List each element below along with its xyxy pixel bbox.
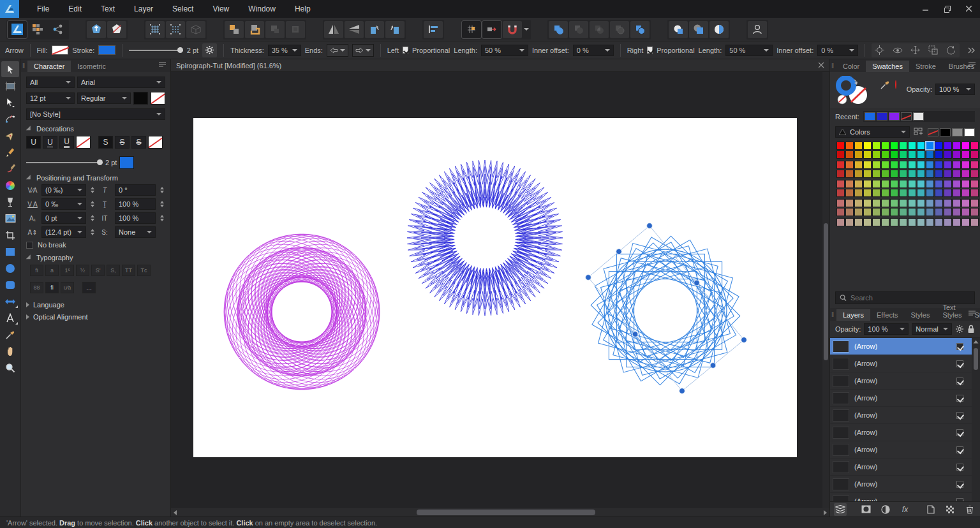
close-window-button[interactable] [958,0,980,18]
insert-behind-button[interactable] [225,21,244,38]
palette-swatch[interactable] [908,189,916,197]
palette-swatch[interactable] [890,180,898,188]
palette-swatch[interactable] [970,170,979,178]
swatch-panel-grip-icon[interactable]: ‖ [831,62,834,70]
menu-file[interactable]: File [28,1,58,17]
palette-swatch[interactable] [970,218,979,226]
recent-swatch-2[interactable] [889,112,900,121]
palette-swatch[interactable] [836,218,845,226]
palette-swatch[interactable] [935,150,943,159]
palette-swatch[interactable] [863,218,872,226]
palette-swatch[interactable] [926,218,934,226]
palette-swatch[interactable] [881,218,889,226]
right-inner-offset-field[interactable]: 0 % [817,45,858,56]
palette-swatch[interactable] [845,170,854,178]
typography-alt-button-2[interactable]: u∕a [61,282,74,293]
text-stroke-swatch[interactable] [151,92,165,105]
palette-swatch[interactable] [961,208,970,216]
palette-swatch[interactable] [845,208,854,216]
left-proportional-checkbox[interactable] [403,47,408,54]
tab-layers[interactable]: Layers [836,309,870,321]
layer-row-5[interactable]: (Arrow) [830,424,980,441]
palette-swatch[interactable] [881,189,889,197]
horizontal-scale-field[interactable]: 100 % [115,212,156,224]
layer-visibility-checkbox[interactable] [956,498,963,502]
font-family-dropdown[interactable]: Arial [77,77,165,88]
snapping-preset-button[interactable] [482,21,501,38]
palette-swatch[interactable] [935,208,943,216]
layer-visibility-checkbox[interactable] [956,412,963,419]
opacity-dropdown[interactable]: 100 % [935,84,975,95]
palette-swatch[interactable] [926,189,934,197]
panel-grip-icon[interactable]: ‖ [22,62,25,70]
baseline-stepper[interactable] [89,215,96,221]
palette-swatch[interactable] [961,150,970,159]
typography-alt-button-1[interactable]: fi [45,282,59,293]
palette-swatch[interactable] [944,180,952,188]
rounded-rectangle-tool[interactable] [1,277,19,293]
adjustment-layer-icon[interactable] [879,503,892,516]
palette-swatch[interactable] [935,199,943,207]
palette-swatch[interactable] [890,142,898,150]
vertical-scale-field[interactable]: 100 % [115,198,156,210]
delete-layer-icon[interactable] [963,503,976,516]
palette-swatch[interactable] [881,170,889,178]
palette-swatch[interactable] [899,161,907,169]
recent-swatch-3[interactable] [901,112,912,121]
tab-styles[interactable]: Styles [904,309,936,321]
persona-pixel-button[interactable] [28,21,47,38]
menu-edit[interactable]: Edit [59,1,91,17]
overflow-chevron-icon[interactable] [967,47,975,54]
rectangle-tool[interactable] [1,244,19,260]
palette-swatch[interactable] [917,161,925,169]
strike-single-button[interactable]: S [115,136,130,149]
palette-swatch[interactable] [863,150,872,159]
layer-effects-button[interactable]: fx [898,503,911,516]
transparency-tool[interactable] [1,194,19,210]
recent-swatch-0[interactable] [865,112,875,121]
palette-swatch[interactable] [961,170,970,178]
palette-swatch[interactable] [845,218,854,226]
edit-grid-button[interactable] [186,21,205,38]
palette-category-dropdown[interactable]: Colors [835,126,910,138]
palette-swatch[interactable] [944,199,952,207]
palette-swatch[interactable] [899,218,907,226]
palette-swatch[interactable] [872,170,880,178]
scroll-left-icon[interactable] [171,508,179,517]
snapping-magnet-button[interactable] [503,21,522,38]
palette-swatch[interactable] [935,161,943,169]
tab-color[interactable]: Color [836,61,866,72]
palette-swatch[interactable] [908,161,916,169]
restore-button[interactable] [937,0,958,18]
fill-tool[interactable] [1,177,19,193]
palette-swatch[interactable] [899,180,907,188]
font-collection-dropdown[interactable]: All [26,77,75,88]
palette-swatch[interactable] [854,199,863,207]
quick-swatch-3[interactable] [964,128,975,136]
fill-swatch[interactable] [52,45,69,55]
text-tool[interactable] [1,310,19,326]
pen-tool[interactable] [1,128,19,143]
palette-swatch[interactable] [908,199,916,207]
palette-swatch[interactable] [845,180,854,188]
palette-swatch[interactable] [854,218,863,226]
palette-swatch[interactable] [953,180,961,188]
palette-swatch[interactable] [917,208,925,216]
palette-swatch[interactable] [953,199,961,207]
palette-swatch[interactable] [899,142,907,150]
stroke-settings-button[interactable] [202,43,217,57]
menu-window[interactable]: Window [239,1,285,17]
document-tab[interactable]: Spirograph-Tut [Modified] (61.6%) [176,62,281,70]
palette-swatch[interactable] [953,189,961,197]
font-size-dropdown[interactable]: 12 pt [26,92,75,104]
palette-swatch[interactable] [961,189,970,197]
palette-swatch[interactable] [890,161,898,169]
transform-mode-icon[interactable] [908,44,923,57]
palette-swatch[interactable] [935,170,943,178]
palette-swatch[interactable] [908,180,916,188]
layer-row-9[interactable]: (Arrow) [830,493,980,501]
layer-row-0[interactable]: (Arrow) [830,338,980,355]
tab-isometric[interactable]: Isometric [71,61,112,72]
palette-swatch[interactable] [944,218,952,226]
menu-select[interactable]: Select [163,1,202,17]
